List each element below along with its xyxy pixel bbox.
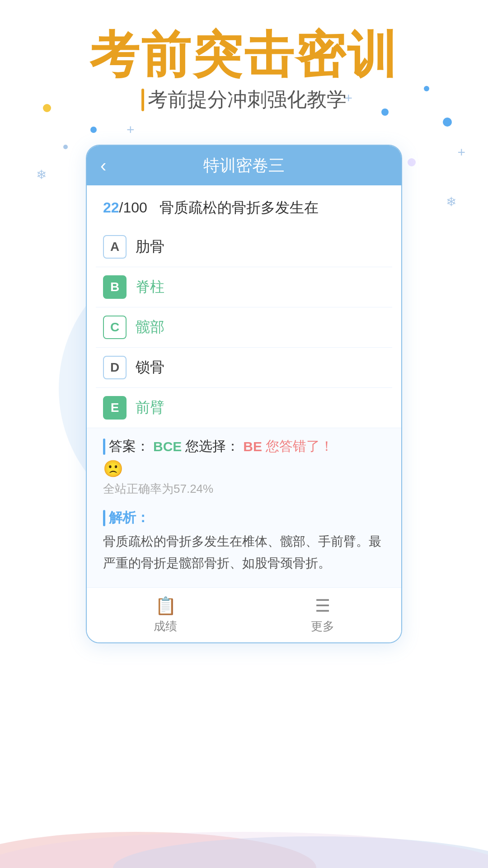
more-label: 更多 [311, 618, 334, 634]
option-c[interactable]: C 髋部 [96, 307, 392, 348]
back-button[interactable]: ‹ [100, 156, 106, 175]
question-number: 22 [103, 199, 119, 216]
option-a-label: A [103, 235, 127, 259]
option-b-text: 脊柱 [136, 277, 164, 297]
question-text: 骨质疏松的骨折多发生在 [160, 199, 319, 216]
more-icon: ☰ [315, 596, 330, 616]
cross-1: + [127, 122, 135, 137]
analysis-area: 解析： 骨质疏松的骨折多发生在椎体、髋部、手前臂。最严重的骨折是髋部骨折、如股骨… [87, 501, 401, 587]
dot-blue-right [443, 118, 452, 127]
dot-purple [408, 158, 416, 166]
main-title: 考前突击密训 [0, 27, 488, 82]
answer-correct: BCE [153, 439, 182, 454]
phone-card: ‹ 特训密卷三 22/100 骨质疏松的骨折多发生在 A 肋骨 B 脊柱 [86, 145, 402, 643]
analysis-header: 解析： 骨质疏松的骨折多发生在椎体、髋部、手前臂。最严重的骨折是髋部骨折、如股骨… [103, 509, 385, 574]
bottom-wave [0, 814, 488, 868]
option-d-text: 锁骨 [136, 358, 164, 377]
bottom-toolbar: 📋 成绩 ☰ 更多 [87, 587, 401, 642]
sad-emoji: 🙁 [103, 459, 385, 478]
score-label: 成绩 [154, 618, 177, 634]
option-b[interactable]: B 脊柱 [96, 267, 392, 307]
option-a[interactable]: A 肋骨 [96, 227, 392, 267]
subtitle: 考前提分冲刺强化教学 [0, 86, 488, 113]
header: 考前突击密训 考前提分冲刺强化教学 [0, 0, 488, 113]
dot-light-blue [63, 145, 68, 149]
question-meta: 22/100 骨质疏松的骨折多发生在 [103, 198, 385, 218]
option-b-label: B [103, 275, 127, 299]
accuracy-text: 全站正确率为57.24% [103, 481, 385, 497]
question-area: 22/100 骨质疏松的骨折多发生在 [87, 185, 401, 227]
score-icon: 📋 [155, 596, 176, 616]
toolbar-score-btn[interactable]: 📋 成绩 [87, 588, 244, 642]
analysis-label: 解析： [109, 509, 150, 527]
cross-3: + [457, 145, 465, 160]
option-e-text: 前臂 [136, 398, 164, 418]
option-d-label: D [103, 356, 127, 379]
option-c-label: C [103, 316, 127, 339]
snowflake-2: ❄ [446, 194, 456, 209]
phone-wrapper: ‹ 特训密卷三 22/100 骨质疏松的骨折多发生在 A 肋骨 B 脊柱 [86, 145, 402, 643]
quiz-header: ‹ 特训密卷三 [87, 146, 401, 185]
snowflake-1: ❄ [36, 167, 47, 182]
option-e-label: E [103, 396, 127, 420]
result-line: 答案： BCE 您选择： BE 您答错了！ [103, 437, 385, 456]
error-msg: 您答错了！ [266, 437, 333, 456]
result-bar [103, 439, 105, 455]
options-list: A 肋骨 B 脊柱 C 髋部 D 锁骨 E 前臂 [87, 227, 401, 428]
option-e[interactable]: E 前臂 [96, 388, 392, 428]
analysis-bar [103, 510, 105, 526]
dot-blue-1 [90, 127, 97, 133]
question-total: 100 [123, 199, 147, 216]
subtitle-bar [141, 89, 144, 111]
subtitle-text: 考前提分冲刺强化教学 [148, 86, 347, 113]
your-choice-label: 您选择： [185, 437, 239, 456]
option-d[interactable]: D 锁骨 [96, 348, 392, 388]
quiz-title: 特训密卷三 [203, 155, 285, 177]
answer-result: 答案： BCE 您选择： BE 您答错了！ 🙁 全站正确率为57.24% [87, 428, 401, 501]
your-choice: BE [243, 439, 262, 454]
analysis-text: 骨质疏松的骨折多发生在椎体、髋部、手前臂。最严重的骨折是髋部骨折、如股骨颈骨折。 [103, 531, 385, 574]
toolbar-more-btn[interactable]: ☰ 更多 [244, 588, 401, 642]
option-c-text: 髋部 [136, 317, 164, 337]
answer-label: 答案： [109, 437, 150, 456]
option-a-text: 肋骨 [136, 237, 164, 257]
